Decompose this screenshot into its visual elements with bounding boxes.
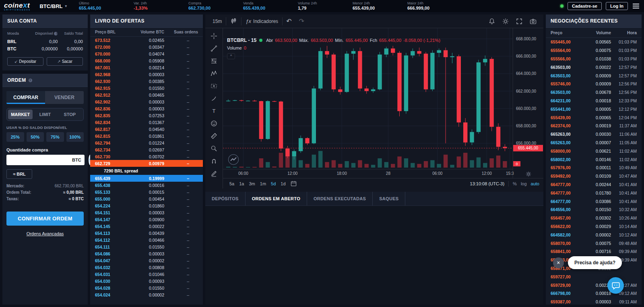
orderbook-ask-row[interactable]: 662.7300.00702– — [90, 153, 203, 160]
orderbook-bid-row[interactable]: 655.4380.00016– — [90, 182, 203, 189]
trade-row[interactable]: 666798,000.0001809:12 AM — [546, 289, 642, 298]
trade-row[interactable]: 655564,000.0007501:03 PM — [546, 46, 642, 55]
tab-stop[interactable]: STOP — [58, 110, 82, 119]
trade-row[interactable]: 657976,000.0001110:49 AM — [546, 164, 642, 172]
orderbook-ask-row[interactable]: 662.8340.01367– — [90, 119, 203, 126]
redo-button[interactable]: ↷ — [295, 15, 308, 28]
orderbook-bid-row[interactable]: 654.1450.00022– — [90, 223, 203, 230]
trade-row[interactable]: 659727,00 — [546, 272, 642, 281]
undo-button[interactable]: ↶ — [283, 15, 295, 28]
forecast-icon[interactable] — [209, 82, 219, 89]
signup-button[interactable]: Cadastre-se — [568, 2, 602, 10]
scale-button[interactable]: auto — [531, 181, 539, 186]
go-to-date-button[interactable] — [291, 180, 297, 187]
trade-row[interactable]: 658070,000.0007509:48 AM — [546, 239, 642, 247]
orderbook-ask-row[interactable]: 662.8170.04540– — [90, 126, 203, 133]
range-button[interactable]: 3m — [247, 180, 258, 187]
orderbook-bid-row[interactable]: 654.1470.00900– — [90, 216, 203, 223]
trade-row[interactable]: 655746,000.0000912:56 PM — [546, 80, 642, 88]
trade-row[interactable]: 658000,000.0062111:02 AM — [546, 147, 642, 155]
trade-row[interactable]: 655439,000.0006512:04 PM — [546, 113, 642, 122]
trade-row[interactable]: 662374,000.0001911:37 AM — [546, 122, 642, 130]
tab-market[interactable]: MARKET — [8, 110, 33, 119]
trade-row[interactable]: 664777,000.0024410:41 AM — [546, 180, 642, 189]
orderbook-ask-row[interactable]: 662.7940.01224– — [90, 139, 203, 146]
orderbook-ask-row[interactable]: 662.8360.00003– — [90, 105, 203, 112]
quantity-input[interactable] — [10, 157, 72, 163]
percent-button[interactable]: 100% — [66, 132, 84, 142]
chart-canvas[interactable]: 668.000,00666.000,00664.000,00662.000,00… — [223, 28, 543, 178]
trade-row[interactable]: 659387,000.0000309:11 AM — [546, 298, 642, 305]
chart-clock[interactable]: 13:10:08 (UTC-3) — [470, 181, 505, 186]
orderbook-bid-row[interactable]: 655.4390.19999– — [90, 175, 203, 182]
confirm-order-button[interactable]: CONFIRMAR ORDEM — [6, 212, 84, 226]
snapshot-button[interactable] — [526, 15, 540, 28]
chart-style-button[interactable] — [226, 15, 241, 28]
trade-row[interactable]: 664777,000.0178010:41 AM — [546, 189, 642, 197]
orderbook-bid-row[interactable]: 654.1130.00439– — [90, 230, 203, 236]
range-button[interactable]: 1a — [237, 180, 246, 187]
tab-depósitos[interactable]: DEPÓSITOS — [205, 192, 246, 205]
chart-symbol[interactable]: BTCBRL - 15 — [227, 36, 256, 44]
trade-row[interactable]: 665263,000.0003011:06 AM — [546, 130, 642, 139]
pair-selector[interactable]: BTC/BRL ▾ — [39, 3, 67, 9]
orderbook-bid-row[interactable]: 654.0470.00002– — [90, 257, 203, 264]
orderbook-ask-row[interactable]: 662.7290.00979– — [90, 160, 203, 167]
tab-ordens-em-aberto[interactable]: ORDENS EM ABERTO — [246, 192, 307, 205]
orderbook-ask-row[interactable]: 662.7340.02697– — [90, 146, 203, 153]
orderbook-ask-row[interactable]: 667.0010.00214– — [90, 64, 203, 71]
orderbook-bid-row[interactable]: 654.1510.00003– — [90, 209, 203, 216]
xabcd-pattern-icon[interactable] — [209, 70, 219, 77]
percent-button[interactable]: 25% — [6, 132, 24, 142]
percent-button[interactable]: 50% — [27, 132, 44, 142]
trade-row[interactable]: 656622,000.0002910:14 AM — [546, 222, 642, 231]
orderbook-bid-row[interactable]: 654.0240.00002– — [90, 291, 203, 298]
trend-line-icon[interactable] — [209, 45, 219, 52]
orderbook-bid-row[interactable]: 654.0280.01550– — [90, 284, 203, 291]
brush-icon[interactable] — [209, 95, 219, 102]
orderbook-ask-row[interactable]: 662.9150.01550– — [90, 85, 203, 91]
trade-row[interactable]: 658841,000.0071609:39 AM — [546, 247, 642, 256]
orderbook-bid-row[interactable]: 654.0320.00808– — [90, 264, 203, 271]
advanced-orders-link[interactable]: Ordens Avançadas — [27, 231, 64, 236]
tradingview-logo[interactable] — [228, 154, 239, 165]
orderbook-ask-row[interactable]: 670.0000.04074– — [90, 50, 203, 57]
info-icon[interactable]: ? — [54, 32, 58, 35]
range-button[interactable]: 5d — [268, 180, 278, 187]
trade-row[interactable]: 659492,000.0010910:47 AM — [546, 172, 642, 180]
scale-button[interactable]: log — [521, 181, 527, 186]
zoom-icon[interactable] — [209, 145, 219, 152]
interval-selector[interactable]: 15m — [208, 15, 226, 28]
trade-row[interactable]: 663503,000.0067812:56 PM — [546, 88, 642, 97]
tab-limit[interactable]: LIMIT — [33, 110, 57, 119]
axis-settings-button[interactable] — [526, 171, 531, 177]
tab-comprar[interactable]: COMPRAR — [6, 91, 45, 104]
orderbook-bid-row[interactable]: 655.0000.00454– — [90, 195, 203, 202]
brand-logo[interactable]: coinext CRIPTOMOEDAS — [4, 1, 31, 11]
create-alert-button[interactable] — [485, 15, 499, 28]
help-close-button[interactable]: × — [553, 257, 564, 268]
trade-row[interactable]: 655445,000.0056501:03 PM — [546, 38, 642, 46]
deposit-button[interactable]: ↙Depositar — [7, 57, 43, 66]
fib-retracement-icon[interactable] — [209, 57, 219, 64]
trade-row[interactable]: 655566,000.0103801:03 PM — [546, 55, 642, 63]
orderbook-bid-row[interactable]: 654.0310.01046– — [90, 271, 203, 278]
chart-settings-button[interactable] — [499, 15, 512, 28]
trade-row[interactable]: 656457,000.0030210:26 AM — [546, 214, 642, 222]
trade-row[interactable]: 665263,000.0000711:05 AM — [546, 139, 642, 147]
indicators-button[interactable]: ƒx Indicadores — [242, 15, 282, 28]
info-icon[interactable]: ? — [29, 79, 32, 82]
tab-ordens-executadas[interactable]: ORDENS EXECUTADAS — [307, 192, 373, 205]
fullscreen-button[interactable] — [512, 15, 526, 28]
emoji-tool-icon[interactable] — [209, 120, 219, 127]
trade-row[interactable]: 663503,000.0000912:57 PM — [546, 71, 642, 80]
scale-button[interactable]: % — [513, 181, 517, 186]
orderbook-bid-row[interactable]: 654.0300.00093– — [90, 278, 203, 284]
trade-row[interactable]: 664556,000.0015010:32 AM — [546, 205, 642, 214]
chat-launcher-button[interactable] — [607, 277, 624, 294]
edit-pencil-icon[interactable] — [209, 170, 219, 177]
orderbook-ask-row[interactable]: 662.8350.07253– — [90, 112, 203, 119]
crosshair-icon[interactable] — [209, 32, 219, 39]
orderbook-bid-row[interactable]: 654.1110.01550– — [90, 243, 203, 250]
login-button[interactable]: Log In — [606, 2, 628, 10]
